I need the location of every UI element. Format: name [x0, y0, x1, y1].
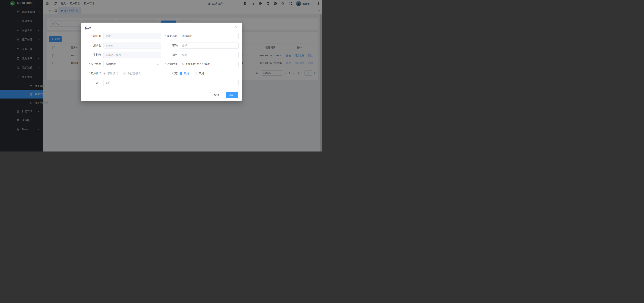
username-input[interactable]	[103, 43, 161, 49]
dialog-footer: 取消 确定	[210, 92, 238, 98]
field-status: 状态 启用 禁用	[161, 71, 239, 77]
radio-icon	[180, 72, 182, 75]
edit-dialog: 修改 租户ID 用户名 手机号 租户套餐 基础套餐	[81, 23, 242, 101]
confirm-button[interactable]: 确定	[226, 92, 238, 98]
radio-datasource-mode[interactable]: 数据源模式	[124, 72, 140, 75]
dialog-title: 修改	[85, 26, 91, 30]
tenant-name-input[interactable]	[180, 33, 239, 39]
package-select[interactable]: 基础套餐	[103, 61, 161, 67]
field-tenant-mode: 租户模式 字段模式 数据源模式	[85, 71, 161, 77]
radio-icon	[103, 72, 106, 75]
radio-icon	[124, 72, 126, 75]
chevron-down-icon	[156, 63, 159, 66]
field-username: 用户名	[85, 43, 161, 49]
close-icon[interactable]	[235, 26, 238, 29]
field-tenant-id: 租户ID	[85, 33, 161, 39]
mobile-input[interactable]	[103, 52, 161, 58]
app-root: Maku Boot Dashboard 权限管理 系统设置 应用管理 在线开发	[0, 0, 322, 152]
field-domain: 域名	[161, 52, 239, 58]
field-tenant-name: 租户名称	[161, 33, 239, 39]
radio-field-mode[interactable]: 字段模式	[103, 72, 118, 75]
field-expire-time: 过期时间 2029-12-30 16:00:00	[161, 61, 239, 67]
field-package: 租户套餐 基础套餐	[85, 61, 161, 67]
clock-icon	[182, 63, 184, 66]
field-password: 密码	[161, 43, 239, 49]
note-input[interactable]	[103, 80, 239, 86]
domain-input[interactable]	[180, 52, 239, 58]
radio-status-disabled[interactable]: 禁用	[195, 72, 204, 75]
field-mobile: 手机号	[85, 52, 161, 58]
field-note: 备注	[85, 80, 239, 86]
radio-status-enabled[interactable]: 启用	[180, 72, 189, 75]
radio-icon	[195, 72, 197, 75]
password-input[interactable]	[180, 43, 239, 49]
tenant-id-input[interactable]	[103, 33, 161, 39]
cancel-button[interactable]: 取消	[210, 92, 223, 98]
expire-datetime-picker[interactable]: 2029-12-30 16:00:00	[180, 61, 239, 67]
